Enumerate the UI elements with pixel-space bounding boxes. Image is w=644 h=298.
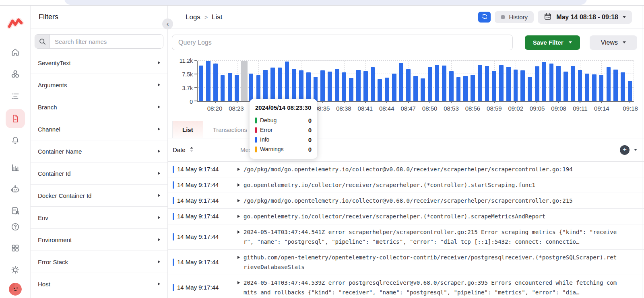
log-row[interactable]: 14 May 9:17:442024-05-14T03:47:44.541Z e…: [168, 224, 644, 250]
chart-bar: [471, 75, 475, 101]
chevron-right-icon: [158, 83, 160, 86]
severity-accent: [173, 259, 174, 266]
column-options-caret[interactable]: [634, 149, 637, 151]
chart-bar: [399, 63, 404, 101]
log-row[interactable]: 14 May 9:17:44/go/pkg/mod/go.opentelemet…: [168, 193, 644, 209]
filter-item-environment[interactable]: Environment: [31, 229, 167, 251]
breadcrumb-logs[interactable]: Logs: [186, 13, 200, 21]
save-filter-button[interactable]: Save Filter: [525, 35, 580, 50]
breadcrumb-list[interactable]: List: [212, 13, 222, 21]
log-row[interactable]: 14 May 9:17:44github.com/open-telemetry/…: [168, 250, 644, 275]
brand-logo[interactable]: [7, 18, 24, 31]
date-column-label: Date: [173, 146, 186, 153]
filter-item-label: Env: [38, 214, 48, 221]
expand-icon[interactable]: [237, 281, 240, 284]
tooltip-timestamp: 2024/05/14 08:23:30: [255, 104, 312, 111]
series-color-chip: [255, 146, 257, 152]
main-header: Logs > List: [168, 6, 644, 29]
history-button[interactable]: History: [495, 11, 534, 23]
expand-icon[interactable]: [237, 230, 240, 234]
filters-title: Filters: [31, 6, 167, 29]
log-row[interactable]: 14 May 9:17:44/go/pkg/mod/go.opentelemet…: [168, 162, 644, 177]
logs-icon[interactable]: [6, 109, 25, 128]
help-icon[interactable]: [6, 217, 25, 236]
filter-item-container-id[interactable]: Container Id: [31, 162, 167, 185]
alerts-icon[interactable]: [6, 131, 25, 150]
home-icon[interactable]: [6, 43, 25, 62]
chart-bar: [378, 79, 382, 101]
filter-item-label: Environment: [38, 236, 72, 243]
expand-icon[interactable]: [237, 183, 240, 187]
chart-bar: [592, 74, 597, 101]
log-message: /go/pkg/mod/go.opentelemetry.io/collecto…: [244, 164, 620, 174]
settings-icon[interactable]: [6, 260, 25, 280]
chart-bar: [349, 78, 353, 101]
refresh-button[interactable]: [478, 12, 491, 23]
filter-item-env[interactable]: Env: [31, 207, 167, 229]
sort-icon[interactable]: [190, 146, 194, 154]
browser-address-bar[interactable]: [64, 0, 587, 5]
expand-icon[interactable]: [237, 168, 240, 171]
severity-accent: [173, 233, 174, 240]
filter-item-severitytext[interactable]: SeverityText: [31, 52, 167, 74]
filter-search-input[interactable]: [50, 35, 163, 48]
x-axis-label: 09:18: [623, 105, 638, 112]
log-row[interactable]: 14 May 9:17:442024-05-14T03:47:44.539Z e…: [168, 275, 644, 298]
dashboards-icon[interactable]: [6, 158, 25, 177]
infrastructure-icon[interactable]: [6, 64, 25, 84]
severity-accent: [173, 213, 174, 220]
y-axis-label: 7.5k: [182, 71, 193, 78]
chart-bar: [285, 62, 289, 101]
expand-icon[interactable]: [237, 199, 240, 202]
filter-item-branch[interactable]: Branch: [31, 96, 167, 118]
log-row[interactable]: 14 May 9:17:44go.opentelemetry.io/collec…: [168, 177, 644, 193]
tab-transactions[interactable]: Transactions: [203, 121, 257, 138]
x-axis-label: 09:11: [573, 105, 587, 112]
date-range-picker[interactable]: May 14 08:18 - 09:18: [538, 10, 632, 24]
chart-bar: [571, 66, 575, 101]
traces-icon[interactable]: [6, 86, 25, 106]
chart-bar: [506, 67, 511, 101]
query-logs-input[interactable]: [172, 35, 513, 50]
chart-tooltip: 2024/05/14 08:23:30 Debug0Error0Info0War…: [250, 99, 317, 159]
chart-bar: [578, 70, 582, 101]
chart-bar: [428, 67, 432, 101]
tab-list[interactable]: List: [172, 121, 203, 138]
filter-item-host[interactable]: Host: [31, 273, 167, 295]
filter-item-docker-container-id[interactable]: Docker Container Id: [31, 185, 167, 207]
chart-bar: [278, 68, 282, 101]
user-avatar[interactable]: [9, 283, 22, 296]
x-axis-label: 08:38: [336, 105, 351, 112]
x-axis-label: 09:05: [530, 105, 545, 112]
add-column-button[interactable]: +: [620, 145, 630, 155]
filter-item-container-name[interactable]: Container Name: [31, 140, 167, 162]
filter-item-arguments[interactable]: Arguments: [31, 74, 167, 96]
chart-bar: [263, 70, 268, 101]
expand-icon[interactable]: [237, 215, 240, 218]
filter-item-error-stack[interactable]: Error Stack: [31, 251, 167, 273]
apps-icon[interactable]: [6, 238, 25, 258]
chart-bar: [299, 70, 303, 101]
log-volume-chart[interactable]: 03.7k7.5k11.2k 08:2008:2308:2608:2908:32…: [172, 61, 634, 113]
chart-bar: [342, 72, 347, 101]
filter-item-label: Arguments: [38, 82, 67, 88]
chart-bar: [607, 67, 611, 101]
chart-plot-area[interactable]: [197, 61, 634, 102]
collapse-panel-button[interactable]: ‹: [162, 18, 173, 29]
chart-bar: [456, 77, 461, 101]
browser-top-strip: [0, 0, 644, 6]
chart-bar: [328, 72, 332, 101]
views-button[interactable]: Views: [590, 35, 637, 50]
filter-item-channel[interactable]: Channel: [31, 118, 167, 140]
y-axis-label: 11.2k: [180, 58, 193, 64]
expand-icon[interactable]: [237, 256, 240, 259]
chart-bar: [564, 72, 568, 101]
breadcrumb-separator: >: [204, 14, 208, 21]
bot-icon[interactable]: [6, 180, 25, 199]
view-tabs: ListTransactions: [168, 121, 644, 138]
chevron-right-icon: [158, 216, 160, 219]
column-header-date[interactable]: Date: [173, 146, 240, 154]
chart-bar: [549, 64, 554, 101]
series-label: Warnings: [260, 146, 284, 152]
log-row[interactable]: 14 May 9:17:44go.opentelemetry.io/collec…: [168, 209, 644, 224]
